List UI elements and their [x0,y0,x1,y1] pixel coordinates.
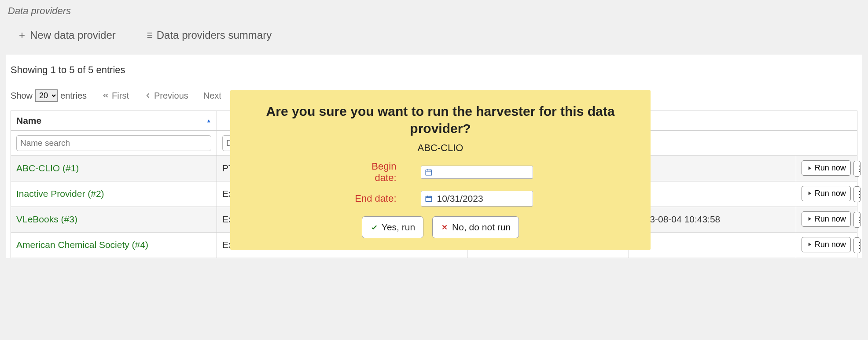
modal-title: Are you sure you want to run the harvest… [248,103,633,137]
play-icon [806,216,813,222]
list-icon [144,31,153,40]
toolbar: New data provider Data providers summary [0,29,868,55]
plus-icon [18,31,26,40]
next-page-button[interactable]: Next [203,91,221,101]
modal-actions: Yes, run No, do not run [248,216,633,238]
show-label: Show [11,91,33,101]
more-actions-button[interactable]: ⋮ [853,212,861,228]
provider-link[interactable]: VLeBooks (#3) [16,214,77,224]
new-data-provider-label: New data provider [30,29,116,41]
run-now-label: Run now [815,240,846,249]
calendar-icon [425,195,433,203]
run-now-button[interactable]: Run now [802,237,851,252]
col-actions [796,111,857,131]
first-label: First [112,91,129,101]
yes-run-label: Yes, run [382,222,415,233]
previous-page-button[interactable]: Previous [144,91,188,101]
more-actions-button[interactable]: ⋮ [853,161,861,177]
provider-last-run [629,156,796,181]
run-now-button[interactable]: Run now [802,160,851,176]
col-last-run[interactable] [629,111,796,131]
col-name-label: Name [16,115,41,126]
provider-last-run: 2023-08-04 10:43:58 [629,207,796,232]
play-icon [806,241,813,248]
no-do-not-run-button[interactable]: No, do not run [432,216,519,238]
new-data-provider-link[interactable]: New data provider [18,29,116,41]
col-name[interactable]: Name ▲ [11,111,217,131]
first-page-button[interactable]: First [102,91,129,101]
play-icon [806,190,813,196]
end-date-input[interactable]: 10/31/2023 [421,191,533,207]
data-providers-summary-link[interactable]: Data providers summary [144,29,272,41]
begin-date-label: Begin date: [348,161,397,184]
entries-label: entries [60,91,87,101]
svg-rect-1 [426,196,432,202]
previous-label: Previous [154,91,188,101]
yes-run-button[interactable]: Yes, run [362,216,423,238]
name-search-input[interactable] [16,135,211,151]
check-icon [370,223,378,231]
sort-asc-icon: ▲ [206,118,211,124]
summary-label: Data providers summary [157,29,272,41]
begin-date-input[interactable] [421,166,533,179]
modal-provider-name: ABC-CLIO [248,142,633,154]
run-now-label: Run now [815,163,846,173]
run-now-button[interactable]: Run now [802,186,851,201]
showing-info: Showing 1 to 5 of 5 entries [11,64,857,83]
more-actions-button[interactable]: ⋮ [853,237,861,253]
more-actions-button[interactable]: ⋮ [853,186,861,202]
end-date-row: End date: 10/31/2023 [248,191,633,207]
entries-select[interactable]: 20 [35,89,58,102]
confirm-run-modal: Are you sure you want to run the harvest… [230,90,651,250]
end-date-label: End date: [348,193,397,204]
end-date-value: 10/31/2023 [437,193,483,204]
provider-last-run [629,232,796,258]
svg-rect-0 [426,170,432,175]
page-title: Data providers [0,0,868,29]
provider-link[interactable]: American Chemical Society (#4) [16,240,148,250]
begin-date-row: Begin date: [248,161,633,184]
run-now-label: Run now [815,189,846,198]
no-run-label: No, do not run [452,222,511,233]
chevron-left-icon [144,92,152,100]
play-icon [806,165,813,171]
provider-link[interactable]: ABC-CLIO (#1) [16,163,79,173]
provider-link[interactable]: Inactive Provider (#2) [16,188,104,199]
provider-last-run [629,181,796,207]
run-now-button[interactable]: Run now [802,211,851,227]
show-entries: Show 20 entries [11,89,87,102]
chevron-double-left-icon [102,92,110,100]
next-label: Next [203,91,221,101]
calendar-icon [425,168,433,176]
run-now-label: Run now [815,214,846,224]
close-icon [441,223,449,231]
